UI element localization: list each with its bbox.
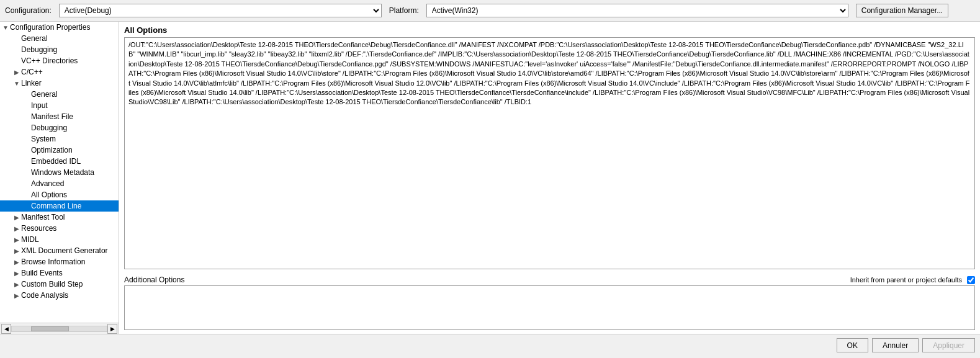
bottom-bar: OK Annuler Appliquer — [0, 334, 980, 356]
sidebar-item-browse-information[interactable]: ▶ Browse Information — [0, 256, 119, 267]
sidebar-item-linker-embedded-idl[interactable]: Embedded IDL — [0, 156, 119, 167]
expander-icon — [22, 168, 31, 177]
sidebar-scrollbar[interactable]: ◀ ▶ — [0, 323, 119, 334]
sidebar-item-label: General — [31, 90, 116, 99]
sidebar-item-linker-system[interactable]: System — [0, 133, 119, 145]
config-label: Configuration: — [5, 6, 52, 15]
sidebar-item-label: C/C++ — [21, 68, 116, 76]
inherit-checkbox[interactable] — [967, 276, 975, 284]
sidebar-item-label: Manifest Tool — [21, 213, 116, 222]
expander-icon: ▼ — [12, 79, 21, 87]
sidebar-item-manifest-tool[interactable]: ▶ Manifest Tool — [0, 212, 119, 223]
sidebar-item-custom-build-step[interactable]: ▶ Custom Build Step — [0, 279, 119, 290]
inherit-label: Inherit from parent or project defaults — [850, 276, 962, 284]
sidebar-item-label: Custom Build Step — [21, 280, 116, 289]
sidebar-item-label: General — [21, 34, 116, 43]
ok-button[interactable]: OK — [837, 338, 868, 352]
expander-icon — [22, 135, 31, 143]
expander-icon — [22, 202, 31, 210]
sidebar-item-label: Configuration Properties — [10, 23, 116, 32]
sidebar: ▼ Configuration Properties General Debug… — [0, 22, 119, 334]
sidebar-item-resources[interactable]: ▶ Resources — [0, 223, 119, 234]
expander-icon — [22, 123, 31, 132]
sidebar-item-label: System — [31, 135, 116, 143]
sidebar-item-label: Embedded IDL — [31, 157, 116, 166]
expander-icon — [12, 34, 21, 43]
cancel-button[interactable]: Annuler — [872, 338, 919, 352]
additional-options-label: Additional Options — [124, 275, 184, 284]
expander-icon — [12, 45, 21, 54]
sidebar-item-cpp[interactable]: ▶ C/C++ — [0, 66, 119, 78]
sidebar-item-label: Linker — [21, 79, 116, 87]
expander-icon — [22, 179, 31, 188]
expander-icon — [22, 112, 31, 121]
sidebar-tree: ▼ Configuration Properties General Debug… — [0, 22, 119, 323]
sidebar-item-linker-debugging[interactable]: Debugging — [0, 122, 119, 133]
sidebar-item-label: Code Analysis — [21, 291, 116, 300]
sidebar-item-xml-document-generator[interactable]: ▶ XML Document Generator — [0, 245, 119, 256]
sidebar-item-linker-input[interactable]: Input — [0, 100, 119, 111]
sidebar-item-linker-manifest-file[interactable]: Manifest File — [0, 111, 119, 122]
all-options-area[interactable]: /OUT:"C:\Users\association\Desktop\Teste… — [124, 37, 975, 269]
expander-icon: ▶ — [12, 68, 21, 76]
apply-button[interactable]: Appliquer — [922, 338, 975, 352]
sidebar-item-label: Manifest File — [31, 112, 116, 121]
expander-icon: ▶ — [12, 246, 21, 255]
platform-select[interactable]: Active(Win32) — [426, 4, 848, 17]
sidebar-item-label: Resources — [21, 224, 116, 233]
sidebar-item-label: MIDL — [21, 235, 116, 244]
sidebar-item-label: Input — [31, 101, 116, 110]
config-manager-button[interactable]: Configuration Manager... — [856, 4, 948, 17]
all-options-text: /OUT:"C:\Users\association\Desktop\Teste… — [125, 38, 974, 110]
expander-icon — [22, 157, 31, 166]
sidebar-item-vc-directories[interactable]: VC++ Directories — [0, 55, 119, 66]
expander-icon — [12, 56, 21, 65]
sidebar-item-label: All Options — [31, 190, 116, 199]
sidebar-item-midl[interactable]: ▶ MIDL — [0, 234, 119, 245]
section-title: All Options — [119, 22, 980, 37]
expander-icon: ▶ — [12, 235, 21, 244]
sidebar-item-code-analysis[interactable]: ▶ Code Analysis — [0, 290, 119, 301]
config-select[interactable]: Active(Debug) — [59, 4, 382, 17]
sidebar-item-label: Windows Metadata — [31, 168, 116, 177]
sidebar-item-label: XML Document Generator — [21, 246, 116, 255]
sidebar-item-linker-windows-metadata[interactable]: Windows Metadata — [0, 167, 119, 178]
sidebar-item-linker-command-line[interactable]: Command Line — [0, 200, 119, 212]
scroll-right-arrow[interactable]: ▶ — [107, 324, 117, 334]
expander-icon: ▶ — [12, 224, 21, 233]
top-bar: Configuration: Active(Debug) Platform: A… — [0, 0, 980, 22]
expander-icon — [22, 146, 31, 154]
expander-icon: ▼ — [1, 23, 10, 32]
sidebar-item-debugging[interactable]: Debugging — [0, 44, 119, 55]
sidebar-item-linker-general[interactable]: General — [0, 89, 119, 100]
sidebar-item-label: Optimization — [31, 146, 116, 154]
sidebar-item-general[interactable]: General — [0, 33, 119, 44]
sidebar-item-configuration-properties[interactable]: ▼ Configuration Properties — [0, 22, 119, 33]
expander-icon — [22, 90, 31, 99]
sidebar-item-label: Advanced — [31, 179, 116, 188]
sidebar-item-linker-advanced[interactable]: Advanced — [0, 178, 119, 189]
sidebar-item-linker-all-options[interactable]: All Options — [0, 189, 119, 200]
platform-label: Platform: — [389, 6, 419, 15]
sidebar-item-build-events[interactable]: ▶ Build Events — [0, 267, 119, 279]
sidebar-item-label: Command Line — [31, 202, 116, 210]
expander-icon: ▶ — [12, 269, 21, 277]
expander-icon: ▶ — [12, 213, 21, 222]
sidebar-item-label: Debugging — [21, 45, 116, 54]
expander-icon: ▶ — [12, 280, 21, 289]
sidebar-item-label: Debugging — [31, 123, 116, 132]
right-panel: All Options /OUT:"C:\Users\association\D… — [119, 22, 980, 334]
sidebar-item-label: VC++ Directories — [21, 56, 116, 65]
inherit-row: Inherit from parent or project defaults — [850, 276, 975, 284]
scrollbar-track[interactable] — [11, 326, 107, 332]
additional-options-textarea[interactable] — [124, 285, 975, 330]
expander-icon: ▶ — [12, 291, 21, 300]
additional-options-row: Additional Options Inherit from parent o… — [119, 272, 980, 285]
sidebar-item-linker-optimization[interactable]: Optimization — [0, 145, 119, 156]
expander-icon — [22, 101, 31, 110]
expander-icon — [22, 190, 31, 199]
sidebar-item-label: Build Events — [21, 269, 116, 277]
sidebar-item-label: Browse Information — [21, 257, 116, 266]
sidebar-item-linker[interactable]: ▼ Linker — [0, 78, 119, 89]
scroll-left-arrow[interactable]: ◀ — [1, 324, 11, 334]
